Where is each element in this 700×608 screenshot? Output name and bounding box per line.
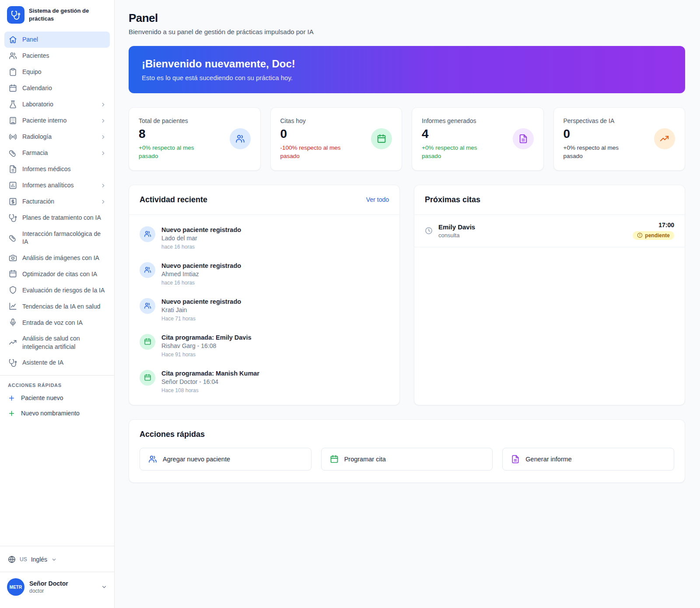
language-selector[interactable]: US Inglés: [0, 549, 114, 570]
sidebar-item-analisis-imagenes-ia[interactable]: Análisis de imágenes con IA: [4, 250, 110, 266]
generate-report-button[interactable]: Generar informe: [502, 448, 674, 471]
microphone-icon: [9, 318, 17, 327]
calendar-icon: [371, 128, 392, 149]
activity-time: hace 16 horas: [161, 280, 241, 286]
activity-time: hace 16 horas: [161, 244, 241, 250]
sidebar: Sistema de gestión de prácticas Panel Pa…: [0, 0, 115, 608]
sidebar-item-paciente-interno[interactable]: Paciente interno: [4, 112, 110, 129]
user-menu[interactable]: METR Señor Doctor doctor: [0, 572, 114, 600]
calendar-icon: [9, 84, 17, 92]
stat-value: 8: [139, 127, 230, 141]
activity-subtitle: Rishav Garg - 16:08: [161, 342, 252, 349]
recent-activity-panel: Actividad reciente Ver todo Nuevo pacien…: [129, 185, 400, 405]
plus-icon: [8, 394, 15, 402]
clipboard-icon: [9, 68, 17, 76]
sidebar-item-laboratorio[interactable]: Laboratorio: [4, 96, 110, 112]
activity-time: Hace 91 horas: [161, 351, 252, 358]
add-patient-button[interactable]: Agregar nuevo paciente: [140, 448, 312, 471]
app-title: Sistema de gestión de prácticas: [29, 7, 107, 23]
schedule-appointment-button[interactable]: Programar cita: [321, 448, 493, 471]
line-chart-icon: [9, 302, 17, 310]
file-text-icon: [511, 455, 520, 464]
view-all-link[interactable]: Ver todo: [366, 196, 389, 203]
stat-card-perspectivas-ia: Perspectivas de IA 0 +0% respecto al mes…: [553, 107, 686, 171]
stat-value: 0: [564, 127, 654, 141]
activity-title: Nuevo paciente registrado: [161, 226, 241, 233]
trending-up-icon: [654, 128, 675, 149]
bar-chart-icon: [9, 181, 17, 190]
sidebar-divider: [0, 375, 114, 376]
chevron-right-icon: [100, 183, 106, 189]
calendar-icon: [330, 455, 339, 464]
calendar-icon: [140, 370, 155, 386]
pill-icon: [9, 149, 17, 157]
sidebar-item-evaluacion-riesgos-ia[interactable]: Evaluación de riesgos de la IA: [4, 282, 110, 298]
sidebar-bottom: US Inglés METR Señor Doctor doctor: [0, 541, 114, 608]
appointment-type: consulta: [438, 232, 475, 239]
activity-title: Nuevo paciente registrado: [161, 262, 241, 269]
chevron-right-icon: [100, 118, 106, 124]
stat-card-citas-hoy: Citas hoy 0 -100% respecto al mes pasado: [270, 107, 402, 171]
trending-up-icon: [9, 338, 17, 347]
stat-label: Total de pacientes: [139, 117, 230, 124]
stethoscope-icon: [9, 214, 17, 222]
main-content: Panel Bienvenido a su panel de gestión d…: [115, 0, 700, 608]
activity-item: Nuevo paciente registrado Ahmed Imtiaz h…: [140, 262, 389, 286]
quick-actions-section-title: ACCIONES RÁPIDAS: [0, 378, 114, 390]
file-text-icon: [9, 165, 17, 173]
activity-list: Nuevo paciente registrado Lado del mar h…: [129, 215, 399, 405]
quick-action-paciente-nuevo[interactable]: Paciente nuevo: [0, 390, 114, 406]
language-label: Inglés: [31, 556, 47, 563]
sidebar-item-analisis-salud-ia[interactable]: Análisis de salud con inteligencia artif…: [4, 330, 110, 354]
user-role: doctor: [29, 588, 68, 594]
activity-title: Cita programada: Emily Davis: [161, 334, 252, 341]
activity-title: Cita programada: Manish Kumar: [161, 370, 259, 377]
users-icon: [230, 128, 251, 149]
upcoming-appointments-title: Próximas citas: [425, 195, 480, 204]
sidebar-item-asistente-ia[interactable]: Asistente de IA: [4, 355, 110, 371]
sidebar-item-panel[interactable]: Panel: [4, 32, 110, 48]
quick-actions-panel: Acciones rápidas Agregar nuevo paciente …: [129, 419, 685, 483]
upcoming-appointments-panel: Próximas citas Emily Davis consulta 17:0…: [414, 185, 685, 405]
welcome-banner-title: ¡Bienvenido nuevamente, Doc!: [142, 58, 672, 70]
sidebar-item-pacientes[interactable]: Pacientes: [4, 48, 110, 64]
sidebar-divider: [0, 546, 114, 546]
stat-label: Citas hoy: [280, 117, 371, 124]
activity-time: Hace 108 horas: [161, 387, 259, 394]
sidebar-item-optimizador-citas-ia[interactable]: Optimizador de citas con IA: [4, 266, 110, 282]
activity-item: Nuevo paciente registrado Lado del mar h…: [140, 226, 389, 250]
file-text-icon: [513, 128, 534, 149]
alert-circle-icon: [637, 232, 643, 238]
stat-label: Informes generados: [422, 117, 513, 124]
calendar-icon: [9, 270, 17, 278]
users-icon: [9, 52, 17, 60]
sidebar-item-entrada-voz-ia[interactable]: Entrada de voz con IA: [4, 314, 110, 330]
calendar-icon: [140, 334, 155, 350]
quick-action-nuevo-nombramiento[interactable]: Nuevo nombramiento: [0, 406, 114, 421]
appointment-row[interactable]: Emily Davis consulta 17:00 pendiente: [414, 215, 685, 248]
sidebar-item-radiologia[interactable]: Radiología: [4, 129, 110, 145]
stat-label: Perspectivas de IA: [564, 117, 654, 124]
sidebar-item-farmacia[interactable]: Farmacia: [4, 145, 110, 161]
pill-icon: [9, 234, 17, 242]
page-title: Panel: [129, 11, 685, 25]
language-code: US: [20, 556, 27, 562]
sidebar-item-calendario[interactable]: Calendario: [4, 80, 110, 96]
sidebar-item-tendencias-ia-salud[interactable]: Tendencias de la IA en salud: [4, 298, 110, 314]
sidebar-item-interaccion-farmacologica-ia[interactable]: Interacción farmacológica de IA: [4, 226, 110, 250]
welcome-banner-subtitle: Esto es lo que está sucediendo con su pr…: [142, 74, 672, 81]
sidebar-item-equipo[interactable]: Equipo: [4, 64, 110, 80]
sidebar-item-informes-analiticos[interactable]: Informes analíticos: [4, 177, 110, 193]
sidebar-item-facturacion[interactable]: Facturación: [4, 193, 110, 210]
sidebar-item-informes-medicos[interactable]: Informes médicos: [4, 161, 110, 177]
quick-action-label: Paciente nuevo: [21, 394, 63, 401]
flask-icon: [9, 100, 17, 109]
app-logo: Sistema de gestión de prácticas: [0, 0, 114, 28]
app-logo-box: [7, 6, 24, 24]
sidebar-item-planes-tratamiento-ia[interactable]: Planes de tratamiento con IA: [4, 210, 110, 226]
globe-icon: [8, 555, 16, 563]
chevron-right-icon: [100, 134, 106, 140]
stat-change: -100% respecto al mes pasado: [280, 144, 350, 161]
stat-change: +0% respecto al mes pasado: [564, 144, 634, 161]
clock-icon: [425, 227, 433, 235]
